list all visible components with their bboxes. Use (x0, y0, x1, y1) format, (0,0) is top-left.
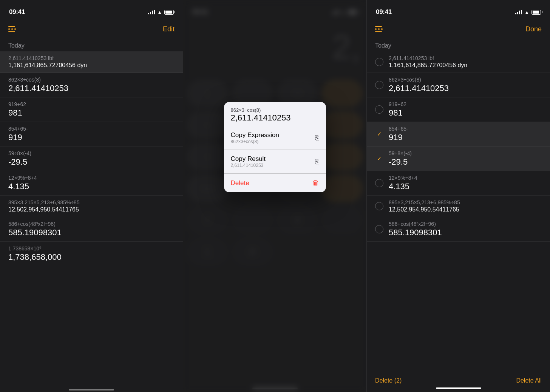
right-expr-5: 12×9%÷8+4 (389, 175, 417, 181)
right-expr-2: 919+62 (389, 101, 406, 107)
left-result-1: 2,611.41410253 (8, 83, 175, 93)
right-section-label: Today (367, 39, 550, 51)
left-status-bar: 09:41 ▲ (0, 0, 183, 19)
delete-item[interactable]: Delete 🗑 (224, 174, 326, 192)
right-radio-row-1: 862×3÷cos(8) 2,611.41410253 (375, 77, 542, 93)
right-radio-6[interactable] (375, 202, 383, 210)
context-menu: 862×3÷cos(8) 2,611.41410253 Copy Express… (224, 102, 326, 192)
right-result-4: -29.5 (389, 157, 412, 167)
left-history-item-1[interactable]: 862×3÷cos(8) 2,611.41410253 (0, 73, 183, 97)
context-menu-header: 862×3÷cos(8) 2,611.41410253 (224, 102, 326, 126)
left-result-2: 981 (8, 108, 175, 118)
right-result-0: 1,161,614,865.72700456 dyn (389, 62, 467, 69)
right-history-item-2[interactable]: 919+62 981 (367, 97, 550, 122)
delete-label: Delete (231, 179, 249, 187)
left-result-5: 4.135 (8, 182, 175, 191)
signal-icon (148, 10, 155, 14)
left-history-list: 2,611.41410253 lbf 1,161,614,865.7270045… (0, 51, 183, 266)
right-expr-6: 895×3,215×5,213+6,985%÷85 (389, 199, 460, 205)
middle-panel: 09:41 ▲ 2, ( 2nd (183, 0, 367, 392)
right-radio-7[interactable] (375, 225, 383, 233)
left-history-item-0[interactable]: 2,611.41410253 lbf 1,161,614,865.7270045… (0, 51, 183, 73)
left-history-item-5[interactable]: 12×9%÷8+4 4.135 (0, 171, 183, 196)
right-history-item-4[interactable]: ✓ 59÷8×(-4) -29.5 (367, 147, 550, 171)
left-expr-2: 919+62 (8, 101, 175, 107)
battery-icon (164, 10, 174, 15)
right-status-time: 09:41 (376, 8, 392, 16)
copy-expression-icon: ⎘ (315, 134, 319, 142)
left-result-6: 12,502,954,950.54411765 (8, 206, 175, 213)
copy-result-icon: ⎘ (315, 158, 319, 166)
menu-button[interactable] (8, 26, 16, 32)
left-result-4: -29.5 (8, 157, 175, 167)
right-radio-5[interactable] (375, 179, 383, 187)
right-check-4: ✓ (375, 155, 383, 162)
right-result-6: 12,502,954,950.54411765 (389, 206, 460, 213)
done-button[interactable]: Done (525, 25, 542, 33)
right-wifi-icon: ▲ (524, 9, 529, 15)
ctx-expr: 862×3÷cos(8) (231, 107, 319, 113)
left-history-item-4[interactable]: 59÷8×(-4) -29.5 (0, 147, 183, 171)
right-battery-icon (531, 10, 541, 15)
right-history-item-0[interactable]: 2,611.41410253 lbf 1,161,614,865.7270045… (367, 51, 550, 73)
left-history-item-3[interactable]: 854+65- 919 (0, 122, 183, 147)
left-expr-1: 862×3÷cos(8) (8, 77, 175, 83)
right-history-item-6[interactable]: 895×3,215×5,213+6,985%÷85 12,502,954,950… (367, 196, 550, 217)
right-expr-1: 862×3÷cos(8) (389, 77, 449, 83)
copy-result-sub: 2,611.41410253 (231, 163, 266, 168)
right-result-3: 919 (389, 133, 408, 142)
right-history-item-5[interactable]: 12×9%÷8+4 4.135 (367, 171, 550, 196)
right-radio-0[interactable] (375, 58, 383, 66)
left-history-item-7[interactable]: 586+cos(48³x2!÷96) 585.19098301 (0, 217, 183, 242)
left-history-item-2[interactable]: 919+62 981 (0, 97, 183, 122)
right-toolbar: Done (367, 19, 550, 39)
copy-expression-label: Copy Expression (231, 131, 280, 139)
copy-result-item[interactable]: Copy Result 2,611.41410253 ⎘ (224, 150, 326, 174)
right-panel: 09:41 ▲ Done Today (367, 0, 550, 392)
edit-button[interactable]: Edit (163, 25, 175, 33)
right-history-list: 2,611.41410253 lbf 1,161,614,865.7270045… (367, 51, 550, 242)
right-radio-row-0: 2,611.41410253 lbf 1,161,614,865.7270045… (375, 55, 542, 69)
left-toolbar: Edit (0, 19, 183, 39)
blur-overlay (183, 0, 366, 392)
copy-result-label: Copy Result (231, 155, 266, 163)
left-panel: 09:41 ▲ Edit Today (0, 0, 183, 392)
right-radio-row-5: 12×9%÷8+4 4.135 (375, 175, 542, 191)
left-result-0: 1,161,614,865.72700456 dyn (8, 62, 175, 69)
copy-expression-sub: 862×3÷cos(8) (231, 139, 280, 144)
copy-expression-content: Copy Expression 862×3÷cos(8) (231, 131, 280, 144)
delete-selected-button[interactable]: Delete (2) (375, 377, 402, 384)
right-expr-7: 586+cos(48³x2!÷96) (389, 221, 442, 227)
right-history-item-7[interactable]: 586+cos(48³x2!÷96) 585.19098301 (367, 217, 550, 242)
right-result-2: 981 (389, 108, 406, 118)
right-signal-icon (515, 10, 522, 14)
left-expr-3: 854+65- (8, 126, 175, 132)
right-history-item-1[interactable]: 862×3÷cos(8) 2,611.41410253 (367, 73, 550, 97)
right-menu-button[interactable] (375, 26, 383, 32)
left-expr-6: 895×3,215×5,213+6,985%÷85 (8, 199, 175, 205)
right-status-icons: ▲ (515, 9, 541, 15)
left-result-7: 585.19098301 (8, 228, 175, 238)
left-expr-0: 2,611.41410253 lbf (8, 55, 175, 61)
left-expr-8: 1.738658×10⁹ (8, 245, 175, 252)
right-result-7: 585.19098301 (389, 228, 442, 238)
left-history-item-6[interactable]: 895×3,215×5,213+6,985%÷85 12,502,954,950… (0, 196, 183, 217)
copy-expression-item[interactable]: Copy Expression 862×3÷cos(8) ⎘ (224, 126, 326, 150)
delete-all-button[interactable]: Delete All (516, 377, 542, 384)
ctx-result: 2,611.41410253 (231, 113, 319, 123)
right-status-bar: 09:41 ▲ (367, 0, 550, 19)
right-expr-0: 2,611.41410253 lbf (389, 55, 467, 61)
right-result-1: 2,611.41410253 (389, 83, 449, 93)
left-section-label: Today (0, 39, 183, 51)
left-history-item-8[interactable]: 1.738658×10⁹ 1,738,658,000 (0, 242, 183, 266)
right-radio-row-3: ✓ 854+65- 919 (375, 126, 542, 142)
right-radio-2[interactable] (375, 105, 383, 114)
left-expr-7: 586+cos(48³x2!÷96) (8, 221, 175, 227)
right-history-item-3[interactable]: ✓ 854+65- 919 (367, 122, 550, 147)
right-radio-1[interactable] (375, 81, 383, 89)
left-expr-5: 12×9%÷8+4 (8, 175, 175, 181)
right-radio-row-6: 895×3,215×5,213+6,985%÷85 12,502,954,950… (375, 199, 542, 213)
right-check-3: ✓ (375, 131, 383, 137)
left-status-time: 09:41 (9, 8, 25, 16)
left-scroll-indicator (69, 389, 114, 390)
